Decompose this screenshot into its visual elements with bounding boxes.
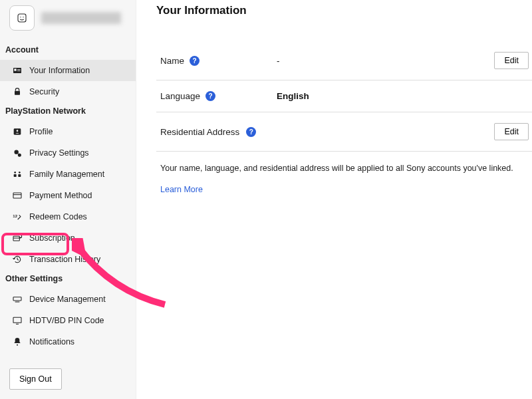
sidebar-item-label: Family Management bbox=[29, 170, 104, 179]
sidebar-item-label: Payment Method bbox=[29, 191, 92, 200]
main-content: Your Information Name ? - Edit Language … bbox=[136, 0, 532, 399]
sidebar-item-device[interactable]: Device Management bbox=[0, 289, 136, 310]
row-label: Name bbox=[160, 56, 184, 66]
row-language: Language ? English bbox=[156, 80, 532, 112]
edit-name-button[interactable]: Edit bbox=[494, 52, 529, 69]
svg-point-9 bbox=[17, 130, 19, 132]
svg-rect-7 bbox=[15, 91, 20, 95]
row-name: Name ? - Edit bbox=[156, 41, 532, 80]
sidebar-item-label: Security bbox=[29, 87, 59, 96]
sign-out-button[interactable]: Sign Out bbox=[9, 368, 62, 390]
row-address: Residential Address ? Edit bbox=[156, 112, 532, 152]
sidebar-item-transactions[interactable]: Transaction History bbox=[0, 249, 136, 270]
svg-point-11 bbox=[18, 154, 21, 156]
sidebar-item-profile[interactable]: Profile bbox=[0, 121, 136, 142]
privacy-icon bbox=[12, 148, 23, 158]
svg-rect-4 bbox=[14, 68, 16, 70]
svg-point-12 bbox=[14, 172, 16, 174]
avatar bbox=[9, 5, 35, 31]
sidebar-item-redeem[interactable]: 12 Redeem Codes bbox=[0, 206, 136, 227]
sidebar-item-payment[interactable]: Payment Method bbox=[0, 185, 136, 206]
subscription-icon bbox=[12, 233, 23, 243]
svg-point-2 bbox=[23, 17, 24, 18]
sidebar-item-family[interactable]: Family Management bbox=[0, 164, 136, 185]
sidebar-item-label: Profile bbox=[29, 127, 53, 136]
learn-more-link[interactable]: Learn More bbox=[160, 185, 203, 194]
bell-icon bbox=[12, 336, 23, 347]
sidebar-item-label: Notifications bbox=[29, 337, 74, 346]
sidebar-item-label: HDTV/BD PIN Code bbox=[29, 316, 104, 325]
face-icon bbox=[17, 13, 27, 23]
svg-rect-6 bbox=[17, 70, 21, 71]
svg-rect-19 bbox=[13, 236, 19, 241]
svg-rect-5 bbox=[17, 69, 21, 70]
sidebar: Account Your Information Security PlaySt… bbox=[0, 0, 136, 399]
row-value: - bbox=[277, 56, 494, 66]
page-title: Your Information bbox=[156, 4, 532, 17]
redeem-icon: 12 bbox=[12, 211, 23, 222]
svg-line-22 bbox=[17, 259, 19, 260]
svg-rect-14 bbox=[14, 174, 17, 177]
section-title-other: Other Settings bbox=[0, 270, 136, 289]
row-label: Language bbox=[160, 91, 200, 101]
family-icon bbox=[12, 169, 23, 180]
lock-icon bbox=[12, 86, 23, 97]
sidebar-item-privacy[interactable]: Privacy Settings bbox=[0, 142, 136, 164]
sidebar-item-subscription[interactable]: Subscription bbox=[0, 227, 136, 249]
sidebar-item-pin[interactable]: HDTV/BD PIN Code bbox=[0, 310, 136, 331]
help-icon[interactable]: ? bbox=[205, 91, 215, 101]
help-icon[interactable]: ? bbox=[246, 127, 256, 137]
svg-text:12: 12 bbox=[13, 214, 17, 218]
help-icon[interactable]: ? bbox=[190, 56, 200, 66]
username-redacted bbox=[41, 12, 121, 24]
edit-address-button[interactable]: Edit bbox=[494, 123, 529, 140]
svg-rect-16 bbox=[13, 193, 21, 198]
sidebar-item-label: Subscription bbox=[29, 233, 75, 243]
sidebar-item-label: Transaction History bbox=[29, 255, 100, 264]
sidebar-item-label: Privacy Settings bbox=[29, 148, 89, 158]
sidebar-item-security[interactable]: Security bbox=[0, 81, 136, 102]
svg-rect-25 bbox=[13, 317, 21, 323]
profile-icon bbox=[12, 126, 23, 137]
sidebar-item-notifications[interactable]: Notifications bbox=[0, 331, 136, 352]
row-value: English bbox=[277, 91, 528, 101]
footnote-text: Your name, language, and residential add… bbox=[160, 164, 528, 173]
section-title-psn: PlayStation Network bbox=[0, 102, 136, 121]
svg-point-13 bbox=[19, 172, 21, 174]
row-label: Residential Address bbox=[160, 127, 239, 137]
device-icon bbox=[12, 294, 23, 305]
sidebar-item-label: Your Information bbox=[29, 66, 90, 75]
svg-rect-15 bbox=[18, 174, 21, 177]
tv-icon bbox=[12, 315, 23, 326]
section-title-account: Account bbox=[0, 41, 136, 60]
sidebar-item-your-information[interactable]: Your Information bbox=[0, 60, 136, 81]
card-icon bbox=[12, 190, 23, 201]
sidebar-item-label: Redeem Codes bbox=[29, 212, 87, 221]
svg-point-10 bbox=[15, 150, 18, 154]
sidebar-item-label: Device Management bbox=[29, 295, 106, 304]
svg-point-27 bbox=[17, 344, 18, 346]
svg-point-1 bbox=[20, 17, 21, 18]
svg-rect-23 bbox=[13, 297, 21, 301]
account-header bbox=[0, 0, 136, 41]
id-card-icon bbox=[12, 65, 23, 76]
history-icon bbox=[12, 254, 23, 265]
svg-rect-0 bbox=[18, 14, 26, 22]
